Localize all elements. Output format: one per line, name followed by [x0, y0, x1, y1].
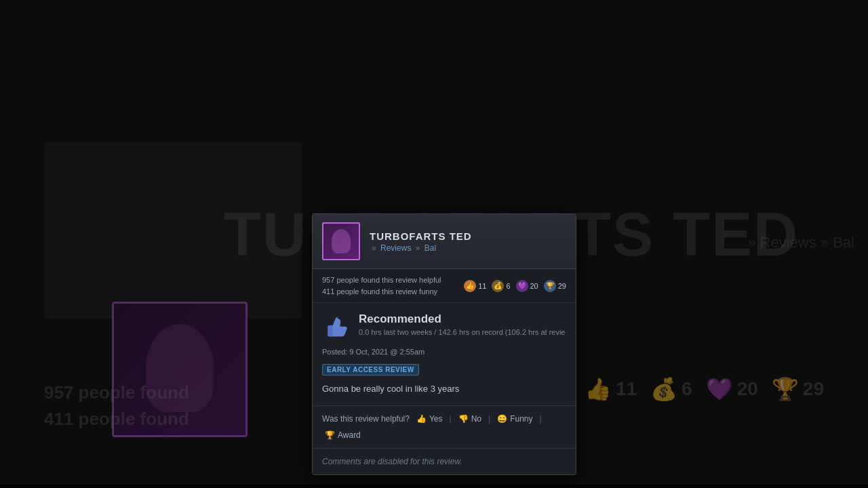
modal-header-text: TURBOFARTS TED » Reviews » Bal [370, 230, 566, 253]
funny-stat: 411 people found this review funny [322, 286, 458, 298]
heart-count: 20 [530, 282, 538, 290]
breadcrumb-game[interactable]: Bal [425, 243, 436, 253]
no-label: No [471, 414, 481, 424]
sep2: » [416, 243, 420, 253]
helpful-question: Was this review helpful? [322, 414, 410, 424]
award-label: Award [338, 430, 361, 440]
bag-count: 6 [506, 282, 510, 290]
svg-rect-0 [328, 325, 332, 336]
review-section: Recommended 0.0 hrs last two weeks / 142… [313, 303, 576, 406]
divider1: | [450, 414, 452, 424]
review-hours: 0.0 hrs last two weeks / 142.6 hrs on re… [359, 328, 565, 336]
stats-text: 957 people found this review helpful 411… [322, 274, 458, 297]
yes-label: Yes [429, 414, 443, 424]
award-icon: 🏆 [325, 430, 335, 440]
reaction-icons: 👍 11 💰 6 💜 20 🏆 29 [464, 280, 566, 292]
no-thumbs-icon: 👎 [458, 414, 469, 424]
thumbs-icon: 👍 [464, 280, 476, 292]
yes-button[interactable]: 👍 Yes [414, 413, 446, 425]
breadcrumb-reviews[interactable]: Reviews [380, 243, 411, 253]
modal-stats-bar: 957 people found this review helpful 411… [313, 269, 576, 303]
trophy-icon: 🏆 [544, 280, 556, 292]
helpful-stat: 957 people found this review helpful [322, 274, 458, 286]
comments-disabled: Comments are disabled for this review. [313, 449, 576, 474]
funny-button[interactable]: 😄 Funny [494, 413, 535, 425]
heart-icon: 💜 [516, 280, 528, 292]
helpful-bar: Was this review helpful? 👍 Yes | 👎 No | … [313, 406, 576, 449]
review-posted: Posted: 9 Oct, 2021 @ 2:55am [322, 348, 566, 356]
divider2: | [488, 414, 490, 424]
review-header: Recommended 0.0 hrs last two weeks / 142… [322, 312, 566, 341]
thumbs-up-svg [324, 314, 349, 339]
sep1: » [372, 243, 376, 253]
black-bottom-bar [0, 485, 868, 488]
username: TURBOFARTS TED [370, 230, 566, 242]
award-button[interactable]: 🏆 Award [322, 429, 363, 441]
thumbs-count: 11 [478, 282, 486, 290]
funny-icon: 😄 [497, 414, 507, 424]
reaction-bag: 💰 6 [492, 280, 510, 292]
review-title-block: Recommended 0.0 hrs last two weeks / 142… [359, 312, 565, 336]
review-body-text: Gonna be really cool in like 3 years [322, 382, 566, 396]
funny-label: Funny [510, 414, 532, 424]
bag-icon: 💰 [492, 280, 504, 292]
yes-thumbs-icon: 👍 [416, 414, 427, 424]
recommended-thumbs-icon [322, 312, 351, 341]
no-button[interactable]: 👎 No [456, 413, 484, 425]
early-access-badge: EARLY ACCESS REVIEW [322, 364, 419, 375]
review-modal: TURBOFARTS TED » Reviews » Bal 957 peopl… [312, 214, 576, 475]
reaction-heart: 💜 20 [516, 280, 538, 292]
modal-breadcrumb: » Reviews » Bal [370, 243, 566, 253]
review-recommended-label: Recommended [359, 312, 565, 326]
avatar [322, 222, 360, 260]
divider3: | [539, 414, 541, 424]
reaction-trophy: 🏆 29 [544, 280, 566, 292]
trophy-count: 29 [558, 282, 566, 290]
modal-header: TURBOFARTS TED » Reviews » Bal [313, 214, 576, 269]
reaction-thumbs: 👍 11 [464, 280, 486, 292]
